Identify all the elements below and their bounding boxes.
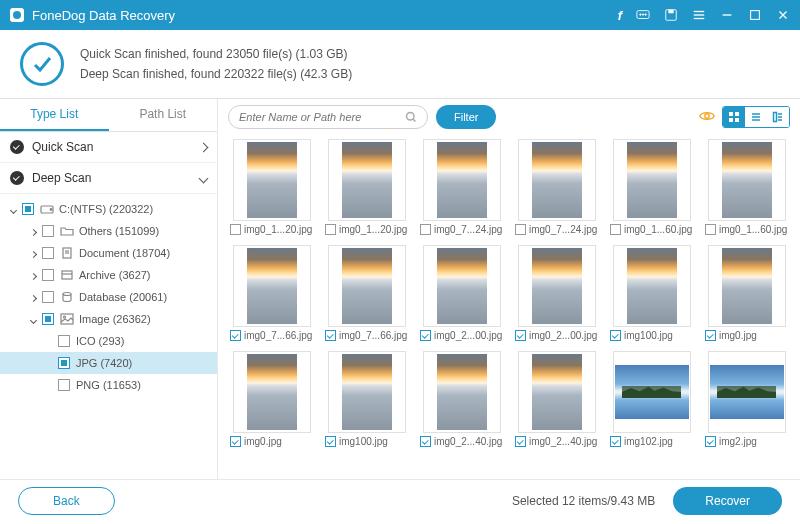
svg-point-2 <box>640 14 641 15</box>
search-box[interactable] <box>228 105 428 129</box>
file-thumb: img0_2...40.jpg <box>418 351 505 447</box>
file-checkbox[interactable] <box>705 224 716 235</box>
file-name: img0_2...40.jpg <box>529 436 597 447</box>
file-checkbox[interactable] <box>230 224 241 235</box>
file-checkbox[interactable] <box>705 330 716 341</box>
tree-image[interactable]: Image (26362) <box>0 308 217 330</box>
file-name: img0.jpg <box>719 330 757 341</box>
image-icon <box>60 313 74 325</box>
tree-jpg[interactable]: JPG (7420) <box>0 352 217 374</box>
thumbnail-image[interactable] <box>518 139 596 221</box>
thumbnail-image[interactable] <box>708 245 786 327</box>
tree-others[interactable]: Others (151099) <box>0 220 217 242</box>
view-detail-icon[interactable] <box>767 107 789 127</box>
svg-point-4 <box>645 14 646 15</box>
file-checkbox[interactable] <box>705 436 716 447</box>
svg-point-26 <box>705 113 710 118</box>
checkbox[interactable] <box>42 291 54 303</box>
thumbnail-image[interactable] <box>708 139 786 221</box>
checkbox[interactable] <box>42 313 54 325</box>
database-icon <box>60 291 74 303</box>
close-icon[interactable] <box>776 8 790 22</box>
scan-row-quick[interactable]: Quick Scan <box>0 132 217 163</box>
checkbox[interactable] <box>42 247 54 259</box>
tab-path-list[interactable]: Path List <box>109 99 218 131</box>
checkbox[interactable] <box>42 225 54 237</box>
search-input[interactable] <box>239 111 405 123</box>
maximize-icon[interactable] <box>748 8 762 22</box>
preview-eye-icon[interactable] <box>698 107 716 128</box>
view-list-icon[interactable] <box>745 107 767 127</box>
checkbox[interactable] <box>22 203 34 215</box>
recover-button[interactable]: Recover <box>673 487 782 515</box>
minimize-icon[interactable] <box>720 8 734 22</box>
svg-line-25 <box>413 119 415 121</box>
tree-drive[interactable]: C:(NTFS) (220322) <box>0 198 217 220</box>
expand-icon[interactable] <box>28 270 38 281</box>
file-checkbox[interactable] <box>230 436 241 447</box>
thumbnail-image[interactable] <box>518 351 596 433</box>
tab-type-list[interactable]: Type List <box>0 99 109 131</box>
collapse-icon[interactable] <box>28 314 38 325</box>
view-grid-icon[interactable] <box>723 107 745 127</box>
expand-icon[interactable] <box>28 292 38 303</box>
file-thumb: img0_1...60.jpg <box>608 139 695 235</box>
thumbnail-image[interactable] <box>518 245 596 327</box>
file-checkbox[interactable] <box>610 224 621 235</box>
thumbnail-image[interactable] <box>328 139 406 221</box>
svg-rect-11 <box>751 11 760 20</box>
file-thumb: img0_7...24.jpg <box>513 139 600 235</box>
file-checkbox[interactable] <box>325 436 336 447</box>
file-checkbox[interactable] <box>230 330 241 341</box>
file-checkbox[interactable] <box>325 224 336 235</box>
thumbnail-image[interactable] <box>328 245 406 327</box>
file-checkbox[interactable] <box>420 436 431 447</box>
thumbnail-image[interactable] <box>423 139 501 221</box>
thumbnail-image[interactable] <box>613 245 691 327</box>
sidebar: Type List Path List Quick Scan Deep Scan… <box>0 99 218 479</box>
thumbnail-image[interactable] <box>423 351 501 433</box>
thumbnail-image[interactable] <box>328 351 406 433</box>
back-button[interactable]: Back <box>18 487 115 515</box>
filter-button[interactable]: Filter <box>436 105 496 129</box>
file-checkbox[interactable] <box>325 330 336 341</box>
thumbnail-image[interactable] <box>233 245 311 327</box>
expand-icon[interactable] <box>28 226 38 237</box>
checkbox[interactable] <box>58 379 70 391</box>
thumbnail-image[interactable] <box>233 351 311 433</box>
expand-icon[interactable] <box>28 248 38 259</box>
file-thumb: img0_7...24.jpg <box>418 139 505 235</box>
tree-ico[interactable]: ICO (293) <box>0 330 217 352</box>
thumbnail-image[interactable] <box>613 139 691 221</box>
tree-document[interactable]: Document (18704) <box>0 242 217 264</box>
menu-icon[interactable] <box>692 8 706 22</box>
tree-archive[interactable]: Archive (3627) <box>0 264 217 286</box>
file-thumb: img0_7...66.jpg <box>323 245 410 341</box>
svg-point-21 <box>63 293 71 296</box>
thumbnail-image[interactable] <box>233 139 311 221</box>
chevron-right-icon <box>199 142 209 152</box>
file-name: img102.jpg <box>624 436 673 447</box>
scan-row-deep[interactable]: Deep Scan <box>0 163 217 194</box>
thumbnail-image[interactable] <box>708 351 786 433</box>
tree-png[interactable]: PNG (11653) <box>0 374 217 396</box>
message-icon[interactable] <box>636 8 650 22</box>
checkbox[interactable] <box>42 269 54 281</box>
file-checkbox[interactable] <box>420 330 431 341</box>
collapse-icon[interactable] <box>8 204 18 215</box>
facebook-icon[interactable]: f <box>618 8 622 23</box>
thumbnail-image[interactable] <box>423 245 501 327</box>
file-checkbox[interactable] <box>610 436 621 447</box>
checkbox[interactable] <box>58 357 70 369</box>
checkbox[interactable] <box>58 335 70 347</box>
file-checkbox[interactable] <box>515 436 526 447</box>
save-icon[interactable] <box>664 8 678 22</box>
file-checkbox[interactable] <box>420 224 431 235</box>
svg-point-0 <box>13 11 21 19</box>
thumbnail-image[interactable] <box>613 351 691 433</box>
file-checkbox[interactable] <box>515 224 526 235</box>
tree-database[interactable]: Database (20061) <box>0 286 217 308</box>
file-name: img0_7...24.jpg <box>434 224 502 235</box>
file-checkbox[interactable] <box>610 330 621 341</box>
file-checkbox[interactable] <box>515 330 526 341</box>
